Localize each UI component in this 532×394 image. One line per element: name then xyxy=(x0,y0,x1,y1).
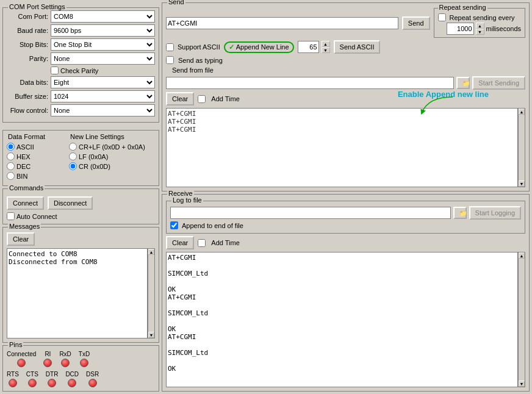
cr-label: CR (0x0D) xyxy=(79,163,110,170)
pin-ri: RI xyxy=(43,351,52,367)
messages-clear-button[interactable]: Clear xyxy=(7,232,35,246)
disconnect-button[interactable]: Disconnect xyxy=(48,196,93,210)
com-port-label: Com Port: xyxy=(7,13,51,20)
crlf-label: CR+LF (0x0D + 0x0A) xyxy=(79,143,145,151)
pin-dsr: DSR xyxy=(86,371,99,387)
pin-connected-light xyxy=(17,359,26,367)
baud-rate-label: Baud rate: xyxy=(7,27,51,34)
dec-radio[interactable] xyxy=(7,162,15,170)
lf-radio[interactable] xyxy=(69,152,77,160)
append-new-line-label: Append New Line xyxy=(236,43,289,51)
support-ascii-label: Support ASCII xyxy=(178,43,220,51)
com-port-select[interactable]: COM8 xyxy=(51,10,155,23)
pin-txd-light xyxy=(80,359,88,367)
send-as-typing-label: Send as typing xyxy=(178,57,223,64)
repeat-sending-checkbox[interactable] xyxy=(438,13,446,21)
dec-label: DEC xyxy=(16,163,31,170)
add-time-send-checkbox[interactable] xyxy=(198,95,206,103)
append-checkmark: ✓ xyxy=(229,43,234,51)
cr-radio[interactable] xyxy=(69,162,77,170)
messages-title: Messages xyxy=(8,223,41,230)
hex-radio[interactable] xyxy=(7,152,15,160)
buffer-size-select[interactable]: 1024 xyxy=(51,90,155,102)
crlf-radio[interactable] xyxy=(69,143,77,151)
append-new-line-option: ✓ Append New Line xyxy=(224,41,294,53)
send-file-input[interactable] xyxy=(166,77,454,89)
com-port-settings-title: COM Port Settings xyxy=(8,3,66,10)
ascii-down-btn[interactable]: ▼ xyxy=(322,47,330,53)
flow-control-select[interactable]: None xyxy=(51,104,155,116)
repeat-sending-title: Repeat sending xyxy=(438,4,487,11)
auto-connect-label: Auto Connect xyxy=(16,213,57,220)
parity-label: Parity: xyxy=(7,55,51,62)
repeat-down-btn[interactable]: ▼ xyxy=(476,29,484,35)
connect-button[interactable]: Connect xyxy=(7,196,44,210)
append-to-end-label: Append to end of file xyxy=(182,222,243,229)
hex-label: HEX xyxy=(16,153,31,160)
data-format-title: Data Format xyxy=(7,133,64,140)
commands-title: Commands xyxy=(8,184,45,192)
pin-txd: TxD xyxy=(79,351,90,367)
data-bits-label: Data bits: xyxy=(7,79,51,86)
pin-rxd: RxD xyxy=(59,351,71,367)
auto-connect-checkbox[interactable] xyxy=(7,212,15,220)
milliseconds-label: miliseconds xyxy=(486,25,521,32)
ascii-up-btn[interactable]: ▲ xyxy=(322,41,330,47)
support-ascii-checkbox[interactable] xyxy=(166,43,174,51)
ascii-value-input[interactable] xyxy=(298,41,319,53)
repeat-every-label: Repeat sending every xyxy=(450,14,515,21)
repeat-up-btn[interactable]: ▲ xyxy=(476,23,484,29)
pin-cts-light xyxy=(28,379,37,387)
pin-rxd-light xyxy=(61,359,70,367)
send-input[interactable] xyxy=(166,17,398,29)
new-line-settings-title: New Line Settings xyxy=(69,133,155,140)
pin-dcd-light xyxy=(68,379,76,387)
receive-text-area: AT+CGMI SIMCOM_Ltd OK AT+CGMI SIMCOM_Ltd… xyxy=(166,252,518,387)
pin-rts-light xyxy=(9,379,17,387)
pin-dsr-light xyxy=(88,379,97,387)
add-time-receive-checkbox[interactable] xyxy=(198,239,206,247)
pin-cts: CTS xyxy=(26,371,38,387)
pin-rts: RTS xyxy=(7,371,19,387)
send-text-area: AT+CGMI AT+CGMI AT+CGMI xyxy=(166,108,518,187)
repeat-value-input[interactable] xyxy=(447,23,474,35)
check-parity-checkbox[interactable] xyxy=(51,66,59,74)
pin-dtr-light xyxy=(48,379,56,387)
browse-log-button[interactable]: 📁 xyxy=(453,207,467,219)
send-title: Send xyxy=(167,0,185,5)
messages-area: Connected to COM8 Disconnected from COM8 xyxy=(7,248,148,338)
start-logging-button[interactable]: Start Logging xyxy=(469,206,521,220)
send-from-file-label: Send from file xyxy=(172,66,214,74)
ascii-radio[interactable] xyxy=(7,143,15,151)
append-to-end-checkbox[interactable] xyxy=(170,221,178,229)
ascii-label: ASCII xyxy=(16,143,34,151)
send-button[interactable]: Send xyxy=(402,16,430,30)
check-parity-label: Check Parity xyxy=(60,67,98,74)
data-bits-select[interactable]: Eight xyxy=(51,76,155,88)
add-time-send-label: Add Time xyxy=(211,95,239,102)
pin-dtr: DTR xyxy=(46,371,59,387)
bin-label: BIN xyxy=(16,173,27,180)
log-to-file-title: Log to file xyxy=(171,196,203,204)
pins-title: Pins xyxy=(8,341,23,348)
add-time-receive-label: Add Time xyxy=(211,239,239,246)
browse-send-button[interactable]: 📁 xyxy=(456,77,470,89)
lf-label: LF (0x0A) xyxy=(79,153,108,160)
send-clear-button[interactable]: Clear xyxy=(166,92,194,106)
buffer-size-label: Buffer size: xyxy=(7,93,51,100)
stop-bits-label: Stop Bits: xyxy=(7,41,51,48)
flow-control-label: Flow control: xyxy=(7,107,51,114)
start-sending-button[interactable]: Start Sending xyxy=(472,76,525,90)
pin-connected: Connected xyxy=(7,351,36,367)
send-ascii-button[interactable]: Send ASCII xyxy=(334,40,381,54)
pin-ri-light xyxy=(43,359,52,367)
log-file-input[interactable] xyxy=(170,207,451,219)
stop-bits-select[interactable]: One Stop Bit xyxy=(51,38,155,51)
send-as-typing-checkbox[interactable] xyxy=(166,56,174,64)
parity-select[interactable]: None xyxy=(51,52,155,65)
receive-clear-button[interactable]: Clear xyxy=(166,236,194,249)
pin-dcd: DCD xyxy=(65,371,79,387)
bin-radio[interactable] xyxy=(7,172,15,180)
baud-rate-select[interactable]: 9600 bps xyxy=(51,24,155,37)
